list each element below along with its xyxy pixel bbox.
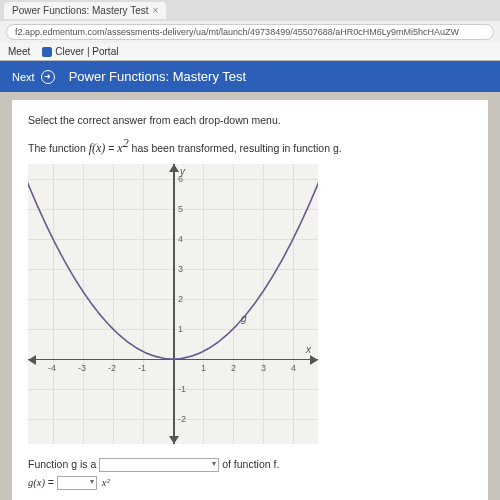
graph: y x -4 -3 -2 -1 1 2 3 4 -2 -1 1 2 3 4 5 … (28, 164, 318, 444)
content-wrap: Select the correct answer from each drop… (0, 92, 500, 500)
clever-icon (42, 47, 52, 57)
answer-block: Function g is a of function f. g(x) = x² (28, 458, 472, 490)
fn-suffix: has been transformed, resulting in funct… (132, 142, 342, 154)
dropdown-transform-type[interactable] (99, 458, 219, 472)
close-icon[interactable]: × (153, 5, 159, 16)
next-button[interactable]: Next ➜ (12, 70, 55, 84)
tab-title: Power Functions: Mastery Test (12, 5, 149, 16)
tab-row: Power Functions: Mastery Test × (0, 0, 500, 21)
gx-x2: x² (102, 477, 110, 488)
browser-tab[interactable]: Power Functions: Mastery Test × (4, 2, 166, 19)
url-row: f2.app.edmentum.com/assessments-delivery… (0, 21, 500, 43)
bookmark-label: Clever | Portal (55, 46, 118, 57)
bookmarks-bar: Meet Clever | Portal (0, 43, 500, 60)
dropdown-coefficient[interactable] (57, 476, 97, 490)
function-line: The function f(x) = x2 has been transfor… (28, 136, 472, 156)
fn-prefix: The function (28, 142, 89, 154)
curve-g (28, 164, 318, 444)
text: Function g is a (28, 458, 99, 470)
bookmark-label: Meet (8, 46, 30, 57)
answer-line-1: Function g is a of function f. (28, 458, 472, 472)
next-label: Next (12, 71, 35, 83)
gx-lhs: g(x) (28, 477, 45, 488)
bookmark-meet[interactable]: Meet (8, 46, 30, 57)
browser-chrome: Power Functions: Mastery Test × f2.app.e… (0, 0, 500, 61)
url-bar[interactable]: f2.app.edmentum.com/assessments-delivery… (6, 24, 494, 40)
answer-line-2: g(x) = x² (28, 476, 472, 490)
page-title: Power Functions: Mastery Test (69, 69, 247, 84)
gx-eq: = (48, 476, 57, 488)
fn-eq: = (108, 142, 117, 154)
bookmark-clever[interactable]: Clever | Portal (42, 46, 118, 57)
fn-rhs-exp: 2 (123, 136, 129, 150)
app-header: Next ➜ Power Functions: Mastery Test (0, 61, 500, 92)
text: of function f. (222, 458, 279, 470)
series-label-g: g (241, 313, 247, 324)
question-panel: Select the correct answer from each drop… (12, 100, 488, 500)
instruction-text: Select the correct answer from each drop… (28, 114, 472, 126)
fn-lhs: f(x) (89, 141, 106, 155)
arrow-right-icon: ➜ (41, 70, 55, 84)
